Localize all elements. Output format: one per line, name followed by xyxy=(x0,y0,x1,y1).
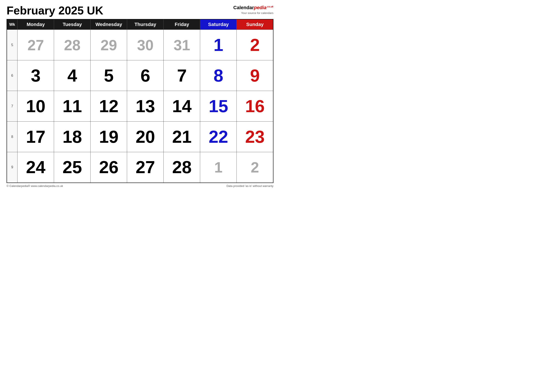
day-cell-w9-d6[interactable]: 2 xyxy=(237,152,273,183)
header-saturday: Saturday xyxy=(200,19,237,30)
day-cell-w9-d1[interactable]: 25 xyxy=(54,152,90,183)
day-cell-w8-d4[interactable]: 21 xyxy=(164,122,200,152)
day-cell-w9-d2[interactable]: 26 xyxy=(90,152,127,183)
header-thursday: Thursday xyxy=(127,19,164,30)
footer-left: © Calendarpedia® www.calendarpedia.co.uk xyxy=(7,184,63,187)
week-row-7: 710111213141516 xyxy=(7,91,273,122)
day-cell-w9-d3[interactable]: 27 xyxy=(127,152,164,183)
header-sunday: Sunday xyxy=(237,19,273,30)
day-cell-w6-d1[interactable]: 4 xyxy=(54,60,90,91)
day-cell-w5-d3[interactable]: 30 xyxy=(127,30,164,60)
week-row-9: 9242526272812 xyxy=(7,152,273,183)
day-cell-w8-d5[interactable]: 22 xyxy=(200,122,237,152)
header-row: Wk Monday Tuesday Wednesday Thursday Fri… xyxy=(7,19,273,30)
logo-tld: .co.uk xyxy=(266,5,273,8)
day-cell-w6-d5[interactable]: 8 xyxy=(200,60,237,91)
logo-italic: pedia xyxy=(254,5,266,10)
day-cell-w7-d4[interactable]: 14 xyxy=(164,91,200,122)
day-cell-w5-d6[interactable]: 2 xyxy=(237,30,273,60)
day-cell-w7-d5[interactable]: 15 xyxy=(200,91,237,122)
day-cell-w6-d6[interactable]: 9 xyxy=(237,60,273,91)
header-friday: Friday xyxy=(164,19,200,30)
calendar-table: Wk Monday Tuesday Wednesday Thursday Fri… xyxy=(7,19,273,183)
week-number-8: 8 xyxy=(7,122,18,152)
day-cell-w6-d4[interactable]: 7 xyxy=(164,60,200,91)
page-header: February 2025 UK Calendarpedia.co.uk You… xyxy=(7,4,273,17)
logo-tagline: Your source for calendars xyxy=(233,11,273,15)
day-cell-w8-d2[interactable]: 19 xyxy=(90,122,127,152)
header-monday: Monday xyxy=(18,19,54,30)
logo: Calendarpedia.co.uk Your source for cale… xyxy=(233,4,273,15)
day-cell-w7-d3[interactable]: 13 xyxy=(127,91,164,122)
day-cell-w5-d0[interactable]: 27 xyxy=(18,30,54,60)
page-title: February 2025 UK xyxy=(7,4,103,17)
day-cell-w6-d0[interactable]: 3 xyxy=(18,60,54,91)
logo-brand: Calendarpedia.co.uk xyxy=(233,4,273,11)
header-wednesday: Wednesday xyxy=(90,19,127,30)
day-cell-w5-d5[interactable]: 1 xyxy=(200,30,237,60)
week-number-6: 6 xyxy=(7,60,18,91)
day-cell-w5-d4[interactable]: 31 xyxy=(164,30,200,60)
footer-right: Data provided 'as is' without warranty xyxy=(226,184,273,187)
day-cell-w7-d6[interactable]: 16 xyxy=(237,91,273,122)
day-cell-w8-d6[interactable]: 23 xyxy=(237,122,273,152)
week-row-8: 817181920212223 xyxy=(7,122,273,152)
day-cell-w8-d1[interactable]: 18 xyxy=(54,122,90,152)
header-wk: Wk xyxy=(7,19,18,30)
week-row-6: 63456789 xyxy=(7,60,273,91)
day-cell-w8-d3[interactable]: 20 xyxy=(127,122,164,152)
day-cell-w5-d1[interactable]: 28 xyxy=(54,30,90,60)
day-cell-w9-d4[interactable]: 28 xyxy=(164,152,200,183)
day-cell-w9-d5[interactable]: 1 xyxy=(200,152,237,183)
header-tuesday: Tuesday xyxy=(54,19,90,30)
day-cell-w8-d0[interactable]: 17 xyxy=(18,122,54,152)
day-cell-w7-d0[interactable]: 10 xyxy=(18,91,54,122)
day-cell-w9-d0[interactable]: 24 xyxy=(18,152,54,183)
week-row-5: 5272829303112 xyxy=(7,30,273,60)
day-cell-w6-d2[interactable]: 5 xyxy=(90,60,127,91)
day-cell-w6-d3[interactable]: 6 xyxy=(127,60,164,91)
footer: © Calendarpedia® www.calendarpedia.co.uk… xyxy=(7,184,273,187)
day-cell-w7-d2[interactable]: 12 xyxy=(90,91,127,122)
day-cell-w5-d2[interactable]: 29 xyxy=(90,30,127,60)
day-cell-w7-d1[interactable]: 11 xyxy=(54,91,90,122)
week-number-5: 5 xyxy=(7,30,18,60)
week-number-9: 9 xyxy=(7,152,18,183)
week-number-7: 7 xyxy=(7,91,18,122)
